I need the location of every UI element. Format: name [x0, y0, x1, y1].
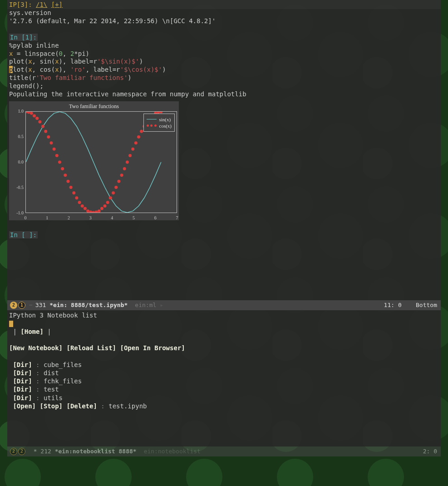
- code-line[interactable]: plot(x, sin(x), label=r'$\sin(x)$'): [7, 58, 441, 66]
- svg-point-1: [27, 112, 30, 114]
- output-line: Populating the interactive namespace fro…: [7, 90, 441, 99]
- size-indicator: 331: [35, 302, 46, 308]
- tab-bar: IP[3]: /1\ [+]: [7, 0, 441, 9]
- svg-point-24: [92, 211, 95, 213]
- svg-point-26: [98, 209, 101, 213]
- window-number-icon: 2: [10, 302, 17, 309]
- code-line[interactable]: legend();: [7, 82, 441, 90]
- dir-name[interactable]: dist: [44, 369, 59, 377]
- chart-output: Two familiar functions sin(x) cos(x) -1.…: [9, 101, 179, 220]
- svg-point-12: [58, 161, 61, 164]
- nblist-title: IPython 3 Notebook list: [9, 311, 439, 319]
- dir-name[interactable]: utils: [44, 394, 63, 402]
- buffer-number-icon: 1: [18, 302, 25, 309]
- dir-name[interactable]: cube_files: [44, 361, 82, 368]
- svg-point-27: [100, 207, 103, 210]
- legend-cos: cos(x): [159, 123, 172, 129]
- delete-button[interactable]: [Delete]: [66, 402, 97, 410]
- open-in-browser-button[interactable]: [Open In Browser]: [120, 344, 185, 352]
- cursor: [9, 321, 13, 327]
- svg-point-48: [159, 112, 162, 113]
- output-line: '2.7.6 (default, Mar 22 2014, 22:59:56) …: [7, 17, 441, 25]
- buffer-name: *ein: 8888/test.ipynb*: [49, 302, 128, 308]
- dir-button[interactable]: [Dir]: [13, 361, 32, 368]
- svg-point-6: [41, 125, 44, 128]
- svg-point-36: [126, 161, 129, 164]
- svg-point-22: [86, 209, 89, 213]
- cursor-pos: 11: 0: [384, 302, 402, 308]
- tab-active[interactable]: /1\: [36, 1, 47, 8]
- buffer-number-icon: 2: [18, 448, 25, 455]
- dir-button[interactable]: [Dir]: [13, 394, 32, 402]
- svg-point-41: [140, 130, 143, 133]
- dir-name[interactable]: fchk_files: [44, 377, 82, 385]
- svg-point-14: [64, 174, 67, 177]
- code-line[interactable]: x = linspace(0, 2*pi): [7, 50, 441, 58]
- new-notebook-button[interactable]: [New Notebook]: [9, 344, 63, 352]
- svg-point-2: [30, 112, 33, 115]
- svg-point-34: [120, 174, 123, 177]
- modeline-top: 2 1 − 331 *ein: 8888/test.ipynb* ein:ml …: [7, 300, 441, 310]
- svg-point-20: [81, 204, 84, 208]
- modeline-bottom: 2 2 * 212 *ein:notebooklist 8888* ein:no…: [7, 446, 441, 456]
- svg-point-38: [131, 148, 134, 151]
- open-button[interactable]: [Open]: [13, 402, 36, 410]
- svg-point-17: [72, 191, 75, 194]
- home-button[interactable]: [Home]: [20, 328, 44, 335]
- svg-point-4: [35, 117, 39, 120]
- chart-legend: sin(x) cos(x): [143, 114, 175, 132]
- svg-point-39: [134, 141, 138, 144]
- svg-point-40: [137, 135, 140, 139]
- svg-point-15: [66, 180, 69, 183]
- cell-prompt: In [ ]:: [7, 231, 441, 239]
- buffer-name: *ein:notebooklist 8888*: [55, 448, 137, 455]
- svg-point-7: [44, 130, 47, 133]
- code-line[interactable]: %pylab inline: [7, 42, 441, 50]
- tab-prefix: IP[3]:: [9, 1, 32, 8]
- svg-point-23: [89, 210, 92, 213]
- svg-point-21: [84, 207, 87, 210]
- breadcrumb: | [Home] |: [9, 327, 439, 336]
- legend-sin: sin(x): [159, 117, 171, 122]
- dir-button[interactable]: [Dir]: [13, 377, 32, 385]
- notebook-pane: sys.version '2.7.6 (default, Mar 22 2014…: [7, 9, 441, 248]
- svg-point-3: [33, 114, 36, 117]
- dir-button[interactable]: [Dir]: [13, 369, 32, 377]
- svg-point-16: [69, 186, 73, 189]
- code-line[interactable]: title(r'Two familiar functions'): [7, 74, 441, 82]
- svg-point-32: [114, 186, 118, 189]
- svg-point-33: [117, 180, 120, 183]
- code-line[interactable]: plot(x, cos(x), 'ro', label=r'$\cos(x)$'…: [7, 66, 441, 74]
- svg-point-25: [95, 210, 98, 213]
- svg-point-10: [53, 148, 56, 151]
- scroll-pos: Bottom: [416, 302, 437, 308]
- svg-point-30: [109, 196, 112, 199]
- major-mode: ein:notebooklist: [144, 448, 201, 455]
- svg-point-13: [61, 167, 64, 170]
- file-name[interactable]: test.ipynb: [108, 402, 147, 410]
- chart-title: Two familiar functions: [9, 103, 179, 110]
- major-mode: ein:ml: [135, 302, 156, 308]
- svg-point-29: [106, 201, 109, 204]
- cell-prompt: In [1]:: [7, 34, 441, 42]
- tab-add[interactable]: [+]: [51, 1, 63, 8]
- svg-point-31: [112, 191, 115, 194]
- svg-point-37: [128, 154, 132, 157]
- svg-point-9: [49, 141, 53, 144]
- notebooklist-pane: IPython 3 Notebook list | [Home] | [New …: [7, 310, 441, 446]
- dir-button[interactable]: [Dir]: [13, 386, 32, 393]
- dir-name[interactable]: test: [44, 386, 59, 393]
- svg-point-11: [55, 154, 59, 157]
- svg-point-5: [38, 120, 41, 124]
- svg-point-28: [103, 204, 107, 208]
- reload-list-button[interactable]: [Reload List]: [66, 344, 116, 352]
- stop-button[interactable]: [Stop]: [39, 402, 63, 410]
- size-indicator: 212: [40, 448, 51, 455]
- cursor-pos: 2: 0: [423, 448, 437, 455]
- svg-point-8: [47, 135, 50, 139]
- svg-point-19: [78, 201, 81, 204]
- code-line[interactable]: sys.version: [7, 9, 441, 17]
- svg-point-35: [123, 167, 126, 170]
- window-number-icon: 2: [10, 448, 17, 455]
- svg-point-18: [75, 196, 78, 199]
